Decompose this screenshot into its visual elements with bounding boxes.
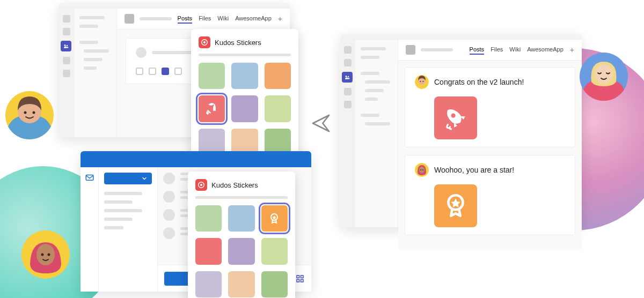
sticker-tile-award-selected[interactable] [261, 205, 288, 232]
sticker-tile[interactable] [228, 205, 254, 232]
tab-posts[interactable]: Posts [470, 45, 485, 55]
rail-item[interactable] [344, 46, 352, 54]
tab-posts[interactable]: Posts [178, 14, 193, 24]
svg-rect-15 [297, 275, 299, 278]
sticker-panel-title: Kudos Stickers [211, 181, 258, 189]
sticker-grid [195, 205, 288, 297]
add-tab-button[interactable]: + [278, 14, 282, 23]
list-item[interactable] [361, 114, 379, 117]
rocket-icon [205, 102, 219, 116]
outlook-rail [80, 167, 99, 292]
teams-window-source: Posts Files Wiki AwesomeApp + [59, 3, 290, 137]
message-text: Woohoo, you are a star! [434, 166, 514, 174]
list-item[interactable] [84, 49, 109, 53]
mail-icon[interactable] [85, 173, 94, 182]
svg-rect-14 [86, 175, 93, 181]
sticker-tile[interactable] [261, 271, 288, 297]
rail-item-teams[interactable] [61, 41, 71, 51]
action-chip[interactable] [149, 68, 156, 75]
add-tab-button[interactable]: + [570, 46, 574, 54]
folder-item[interactable] [104, 226, 123, 229]
award-icon [268, 212, 281, 225]
folder-item[interactable] [104, 192, 142, 195]
list-item[interactable] [84, 66, 97, 70]
svg-point-30 [419, 167, 425, 173]
sticker-tile[interactable] [261, 238, 288, 264]
svg-rect-17 [297, 279, 299, 282]
rail-item-teams[interactable] [342, 72, 353, 83]
folder-item[interactable] [104, 200, 133, 204]
rail-item[interactable] [63, 28, 70, 35]
send-arrow-icon [310, 113, 332, 136]
sticker-tile[interactable] [228, 238, 254, 264]
rail-item[interactable] [63, 70, 70, 77]
sender-avatar-man [415, 75, 429, 89]
svg-point-23 [348, 76, 349, 78]
tab-awesomeapp[interactable]: AwesomeApp [527, 45, 564, 55]
award-icon [442, 192, 469, 219]
new-mail-button[interactable] [104, 173, 152, 184]
list-item[interactable] [84, 58, 103, 61]
action-chip[interactable] [136, 68, 143, 75]
list-item[interactable] [361, 56, 379, 59]
app-rail [340, 40, 355, 227]
rail-item[interactable] [63, 57, 70, 64]
kudos-app-icon [195, 179, 207, 191]
search-placeholder[interactable] [199, 54, 291, 56]
svg-point-7 [48, 254, 50, 256]
list-item[interactable] [361, 72, 379, 75]
svg-point-6 [41, 254, 44, 256]
list-item[interactable] [365, 98, 378, 101]
award-sticker [434, 184, 477, 227]
list-item[interactable] [79, 41, 98, 44]
sticker-tile[interactable] [265, 63, 291, 89]
titlebar [80, 151, 311, 167]
svg-point-31 [420, 169, 421, 170]
folder-item[interactable] [104, 218, 133, 221]
sticker-tile-rocket-selected[interactable] [199, 95, 225, 122]
search-placeholder[interactable] [195, 196, 288, 199]
list-item[interactable] [365, 80, 390, 84]
tab-awesomeapp[interactable]: AwesomeApp [235, 14, 272, 24]
action-chip[interactable] [174, 68, 182, 75]
sender-avatar-hijab [415, 163, 429, 177]
sticker-tile[interactable] [199, 63, 225, 89]
channel-list [355, 40, 398, 227]
sticker-tile[interactable] [195, 238, 222, 264]
list-item[interactable] [365, 89, 384, 92]
avatar-woman-hijab [21, 230, 70, 279]
sticker-tile[interactable] [195, 205, 222, 232]
apps-grid-icon[interactable] [295, 274, 305, 284]
message-text: Congrats on the v2 launch! [434, 78, 524, 86]
sticker-tile[interactable] [231, 95, 258, 122]
teams-icon [344, 74, 350, 80]
tab-files[interactable]: Files [491, 45, 503, 55]
folder-item[interactable] [104, 209, 142, 212]
compose-avatar [136, 47, 147, 58]
chevron-down-icon [141, 175, 148, 182]
team-avatar [406, 45, 415, 55]
tab-files[interactable]: Files [199, 14, 211, 24]
rail-item[interactable] [344, 88, 352, 95]
rail-item[interactable] [344, 59, 352, 66]
sticker-tile[interactable] [228, 271, 254, 297]
svg-point-13 [203, 41, 206, 43]
list-item[interactable] [79, 25, 98, 28]
channel-header: Posts Files Wiki AwesomeApp + [398, 40, 582, 61]
rail-item[interactable] [344, 101, 352, 108]
action-chip-selected[interactable] [162, 68, 169, 75]
svg-point-2 [24, 111, 27, 114]
channel-name-placeholder [140, 17, 172, 20]
tab-wiki[interactable]: Wiki [509, 45, 521, 55]
sticker-tile[interactable] [195, 271, 222, 297]
sticker-tile[interactable] [231, 63, 258, 89]
svg-rect-18 [301, 279, 304, 282]
list-item[interactable] [365, 122, 390, 125]
rail-item[interactable] [63, 15, 70, 23]
svg-point-27 [423, 81, 424, 82]
list-item[interactable] [79, 16, 105, 19]
list-item[interactable] [361, 47, 386, 50]
sticker-tile[interactable] [265, 95, 291, 122]
sticker-panel: Kudos Stickers [191, 29, 298, 162]
tab-wiki[interactable]: Wiki [217, 14, 229, 24]
